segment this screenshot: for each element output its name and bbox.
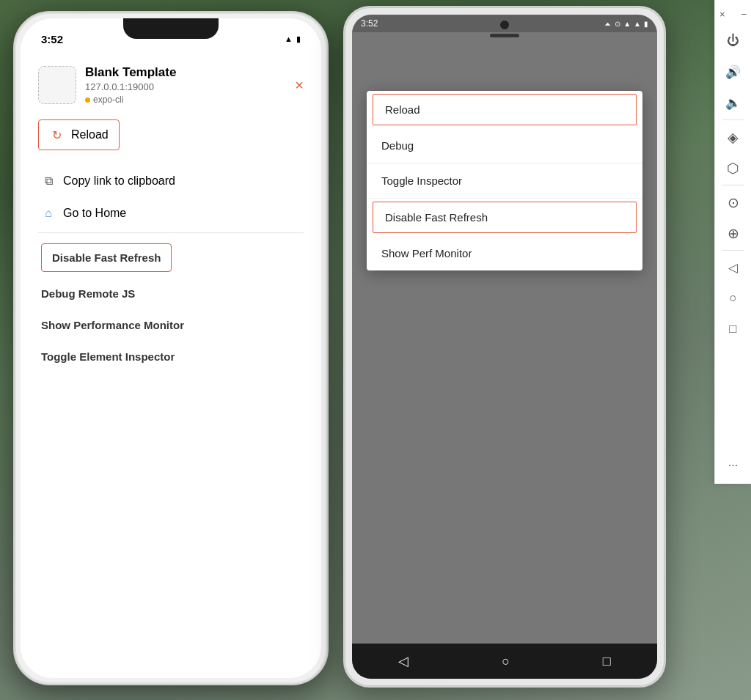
ios-app-url: 127.0.0.1:19000 bbox=[85, 81, 176, 92]
android-wifi-icon: ▲ bbox=[623, 20, 631, 28]
power-button[interactable]: ⏻ bbox=[720, 28, 747, 54]
android-reload-button[interactable]: Reload bbox=[373, 94, 637, 125]
android-reload-label: Reload bbox=[385, 103, 420, 116]
sidebar-toolbar: × − ⏻ 🔊 🔈 ◈ ⬡ ⊙ ⊕ ◁ ○ □ ··· bbox=[714, 0, 751, 484]
android-disable-fast-refresh-button[interactable]: Disable Fast Refresh bbox=[373, 202, 637, 233]
home-nav-icon: ⌂ bbox=[41, 206, 56, 221]
camera-button[interactable]: ⊙ bbox=[720, 189, 747, 215]
ios-debug-remote-js-label: Debug Remote JS bbox=[41, 287, 135, 300]
ios-close-button[interactable]: × bbox=[295, 78, 304, 92]
android-time: 3:52 bbox=[361, 18, 378, 29]
ios-notch bbox=[123, 18, 219, 39]
android-camera-notch bbox=[500, 21, 509, 29]
home-circle-button[interactable]: ○ bbox=[720, 285, 747, 312]
power-icon: ⏻ bbox=[727, 34, 739, 48]
zoom-in-icon: ⊕ bbox=[728, 225, 739, 242]
reload-icon: ↻ bbox=[49, 128, 64, 142]
camera-icon: ⊙ bbox=[728, 194, 739, 211]
volume-down-icon: 🔈 bbox=[725, 95, 741, 111]
android-speaker bbox=[490, 34, 519, 37]
more-options-button[interactable]: ··· bbox=[728, 459, 738, 478]
android-phone-inner: 3:52 ⏶ ⊙ ▲ ▲ ▮ Reload Debug bbox=[352, 15, 657, 679]
ios-show-performance-monitor-label: Show Performance Monitor bbox=[41, 319, 184, 331]
ios-app-icon bbox=[38, 66, 76, 104]
ios-app-dot bbox=[85, 97, 90, 103]
sidebar-divider-3 bbox=[722, 250, 744, 251]
android-home-icon[interactable]: ○ bbox=[502, 654, 510, 669]
android-toggle-inspector-label: Toggle Inspector bbox=[381, 174, 462, 187]
ios-time: 3:52 bbox=[41, 33, 63, 45]
square-icon: □ bbox=[729, 322, 736, 336]
sidebar-minimize-icon[interactable]: − bbox=[741, 9, 747, 20]
android-debug-button[interactable]: Debug bbox=[367, 128, 642, 163]
ios-show-performance-monitor-button[interactable]: Show Performance Monitor bbox=[38, 309, 304, 341]
sidebar-divider-1 bbox=[722, 119, 744, 120]
ios-reload-button[interactable]: ↻ Reload bbox=[38, 119, 120, 150]
ios-app-badge-text: expo-cli bbox=[93, 95, 123, 105]
ios-app-header: Blank Template 127.0.0.1:19000 expo-cli … bbox=[38, 62, 304, 105]
android-nav-bar: ◁ ○ □ bbox=[352, 644, 657, 679]
android-disable-fast-refresh-label: Disable Fast Refresh bbox=[385, 211, 488, 224]
sidebar-close-row: × − bbox=[715, 6, 751, 23]
android-toggle-inspector-button[interactable]: Toggle Inspector bbox=[367, 163, 642, 199]
back-button[interactable]: ◁ bbox=[720, 254, 747, 281]
ios-toggle-element-inspector-label: Toggle Element Inspector bbox=[41, 350, 175, 363]
android-settings-icon: ⊙ bbox=[615, 20, 620, 28]
zoom-in-button[interactable]: ⊕ bbox=[720, 220, 747, 246]
diamond-button[interactable]: ◈ bbox=[720, 124, 747, 150]
android-back-icon[interactable]: ◁ bbox=[398, 653, 409, 669]
volume-up-button[interactable]: 🔊 bbox=[720, 59, 747, 85]
android-battery-icon: ▮ bbox=[644, 20, 648, 28]
ios-divider-1 bbox=[38, 232, 304, 233]
home-circle-icon: ○ bbox=[729, 291, 736, 306]
ios-content: Blank Template 127.0.0.1:19000 expo-cli … bbox=[21, 51, 321, 678]
ios-toggle-element-inspector-button[interactable]: Toggle Element Inspector bbox=[38, 341, 304, 372]
volume-up-icon: 🔊 bbox=[725, 65, 741, 80]
wifi-icon: ▲ bbox=[285, 34, 293, 43]
ios-app-details: Blank Template 127.0.0.1:19000 expo-cli bbox=[85, 65, 176, 105]
sidebar-divider-2 bbox=[722, 185, 744, 185]
volume-down-button[interactable]: 🔈 bbox=[720, 89, 747, 116]
back-icon: ◁ bbox=[728, 260, 738, 276]
eraser-button[interactable]: ⬡ bbox=[720, 155, 747, 181]
square-button[interactable]: □ bbox=[720, 316, 747, 342]
ios-phone: 3:52 ▲ ▮ Blank Template 127.0.0.1:19000 … bbox=[13, 11, 329, 685]
android-phone: 3:52 ⏶ ⊙ ▲ ▲ ▮ Reload Debug bbox=[343, 6, 666, 688]
android-signal-icon: ▲ bbox=[634, 20, 641, 28]
copy-icon: ⧉ bbox=[41, 174, 56, 188]
ios-app-info: Blank Template 127.0.0.1:19000 expo-cli bbox=[38, 65, 176, 105]
android-status-icons: ⏶ ⊙ ▲ ▲ ▮ bbox=[604, 20, 648, 28]
ios-go-home-button[interactable]: ⌂ Go to Home bbox=[38, 197, 304, 229]
eraser-icon: ⬡ bbox=[727, 160, 739, 177]
ios-debug-remote-js-button[interactable]: Debug Remote JS bbox=[38, 278, 304, 309]
android-menu: Reload Debug Toggle Inspector Disable Fa… bbox=[367, 91, 642, 270]
ios-phone-inner: 3:52 ▲ ▮ Blank Template 127.0.0.1:19000 … bbox=[21, 18, 321, 678]
android-expo-icon: ⏶ bbox=[604, 20, 612, 28]
android-show-perf-monitor-label: Show Perf Monitor bbox=[381, 247, 472, 259]
ios-disable-fast-refresh-label: Disable Fast Refresh bbox=[52, 251, 161, 264]
ios-disable-fast-refresh-button[interactable]: Disable Fast Refresh bbox=[41, 243, 172, 272]
ios-app-badge: expo-cli bbox=[85, 95, 176, 105]
ios-status-icons: ▲ ▮ bbox=[285, 34, 301, 44]
sidebar-close-icon[interactable]: × bbox=[719, 9, 725, 20]
android-show-perf-monitor-button[interactable]: Show Perf Monitor bbox=[367, 236, 642, 270]
android-content: Reload Debug Toggle Inspector Disable Fa… bbox=[352, 32, 657, 644]
ios-home-label: Go to Home bbox=[63, 207, 126, 220]
ios-reload-label: Reload bbox=[71, 128, 109, 141]
android-recents-icon[interactable]: □ bbox=[603, 654, 611, 669]
ios-copy-label: Copy link to clipboard bbox=[63, 174, 175, 188]
ios-app-title: Blank Template bbox=[85, 65, 176, 80]
battery-icon: ▮ bbox=[296, 34, 301, 44]
ios-copy-link-button[interactable]: ⧉ Copy link to clipboard bbox=[38, 165, 304, 197]
android-debug-label: Debug bbox=[381, 139, 414, 152]
diamond-icon: ◈ bbox=[728, 129, 739, 146]
